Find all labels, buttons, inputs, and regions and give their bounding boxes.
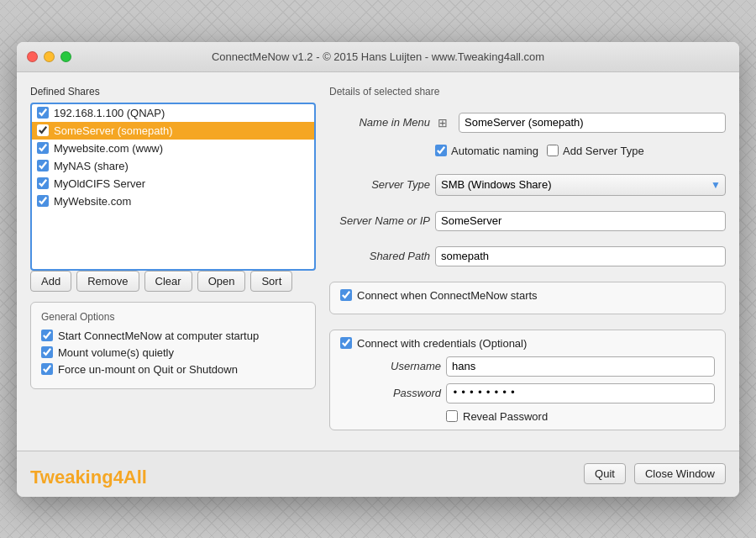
general-option-checkbox[interactable] xyxy=(41,363,53,375)
general-options-section: General Options Start ConnectMeNow at co… xyxy=(30,302,316,389)
titlebar: ConnectMeNow v1.2 - © 2015 Hans Luijten … xyxy=(17,42,739,72)
window-title: ConnectMeNow v1.2 - © 2015 Hans Luijten … xyxy=(212,50,544,63)
defined-shares-label: Defined Shares xyxy=(30,86,316,98)
shared-path-label: Shared Path xyxy=(329,250,430,262)
sort-button[interactable]: Sort xyxy=(250,271,292,292)
general-option-checkbox[interactable] xyxy=(41,346,53,358)
minimize-button[interactable] xyxy=(44,51,55,62)
general-option-label: Start ConnectMeNow at computer startup xyxy=(58,330,259,342)
share-checkbox[interactable] xyxy=(37,195,49,207)
bottom-bar: Tweaking4All Quit Close Window xyxy=(17,451,739,497)
server-type-select-wrapper: SMB (Windows Share)AFP (Apple Share)NFSF… xyxy=(435,174,726,196)
username-label: Username xyxy=(340,360,441,372)
password-input[interactable] xyxy=(446,383,715,404)
defined-shares-section: Defined Shares 192.168.1.100 (QNAP)SomeS… xyxy=(30,86,316,292)
reveal-password-checkbox[interactable] xyxy=(446,410,458,422)
naming-options-row: Automatic naming Add Server Type xyxy=(435,145,726,157)
credentials-section: Connect with credentials (Optional) User… xyxy=(329,330,726,430)
share-item[interactable]: SomeServer (somepath) xyxy=(32,122,314,140)
close-button[interactable] xyxy=(27,51,38,62)
share-checkbox[interactable] xyxy=(37,124,49,136)
share-item[interactable]: MyOldCIFS Server xyxy=(32,175,314,193)
share-label: MyNAS (share) xyxy=(54,160,129,172)
add-server-type-checkbox[interactable] xyxy=(547,145,559,156)
add-server-type-label: Add Server Type xyxy=(547,145,644,157)
connect-credentials-checkbox[interactable] xyxy=(340,337,352,349)
share-checkbox[interactable] xyxy=(37,142,49,154)
main-window: ConnectMeNow v1.2 - © 2015 Hans Luijten … xyxy=(17,42,739,497)
connect-when-section: Connect when ConnectMeNow starts xyxy=(329,282,726,314)
remove-button[interactable]: Remove xyxy=(76,271,139,292)
share-label: 192.168.1.100 (QNAP) xyxy=(54,107,165,119)
connect-when-header: Connect when ConnectMeNow starts xyxy=(340,289,715,302)
traffic-lights xyxy=(27,51,71,62)
shares-buttons: Add Remove Clear Open Sort xyxy=(30,271,316,292)
share-item[interactable]: MyWebsite.com xyxy=(32,193,314,210)
connect-when-label: Connect when ConnectMeNow starts xyxy=(357,289,538,302)
username-input[interactable] xyxy=(446,356,715,377)
left-panel: Defined Shares 192.168.1.100 (QNAP)SomeS… xyxy=(30,86,316,437)
general-option-row: Mount volume(s) quietly xyxy=(41,346,305,359)
name-in-menu-row: Name in Menu ⊞ xyxy=(329,113,726,133)
share-label: MyOldCIFS Server xyxy=(54,177,145,190)
general-options-label: General Options xyxy=(41,311,305,323)
name-in-menu-input[interactable] xyxy=(459,113,726,133)
general-option-checkbox[interactable] xyxy=(41,330,53,341)
general-option-label: Mount volume(s) quietly xyxy=(58,346,174,359)
credentials-header: Connect with credentials (Optional) xyxy=(340,337,715,350)
automatic-naming-checkbox[interactable] xyxy=(435,145,447,156)
share-checkbox[interactable] xyxy=(37,107,49,119)
connect-when-checkbox[interactable] xyxy=(340,289,352,301)
server-name-label: Server Name or IP xyxy=(329,214,430,227)
server-type-select[interactable]: SMB (Windows Share)AFP (Apple Share)NFSF… xyxy=(435,174,726,196)
password-label: Password xyxy=(340,387,441,399)
server-name-row: Server Name or IP xyxy=(329,211,726,231)
details-label: Details of selected share xyxy=(329,86,726,98)
share-label: MyWebsite.com xyxy=(54,195,131,208)
shared-path-row: Shared Path xyxy=(329,246,726,266)
close-window-button[interactable]: Close Window xyxy=(634,463,726,484)
share-item[interactable]: MyNAS (share) xyxy=(32,157,314,175)
grid-icon: ⊞ xyxy=(435,115,450,130)
general-option-row: Start ConnectMeNow at computer startup xyxy=(41,330,305,342)
server-name-input[interactable] xyxy=(435,211,726,231)
brand-logo: Tweaking4All xyxy=(30,467,147,488)
general-option-row: Force un-mount on Quit or Shutdown xyxy=(41,363,305,376)
share-item[interactable]: Mywebsite.com (www) xyxy=(32,140,314,157)
username-row: Username xyxy=(340,356,715,377)
share-checkbox[interactable] xyxy=(37,177,49,189)
server-type-label: Server Type xyxy=(329,178,430,191)
shared-path-input[interactable] xyxy=(435,246,726,266)
share-item[interactable]: 192.168.1.100 (QNAP) xyxy=(32,104,314,122)
reveal-password-label: Reveal Password xyxy=(463,410,548,423)
password-row: Password xyxy=(340,383,715,404)
share-checkbox[interactable] xyxy=(37,160,49,171)
add-button[interactable]: Add xyxy=(30,271,71,292)
quit-button[interactable]: Quit xyxy=(584,463,626,484)
reveal-password-row: Reveal Password xyxy=(446,410,715,423)
maximize-button[interactable] xyxy=(60,51,71,62)
clear-button[interactable]: Clear xyxy=(144,271,192,292)
right-panel: Details of selected share Name in Menu ⊞… xyxy=(329,86,726,437)
main-content: Defined Shares 192.168.1.100 (QNAP)SomeS… xyxy=(17,72,739,451)
share-label: Mywebsite.com (www) xyxy=(54,142,163,155)
open-button[interactable]: Open xyxy=(197,271,246,292)
name-in-menu-label: Name in Menu xyxy=(329,116,430,129)
general-option-label: Force un-mount on Quit or Shutdown xyxy=(58,363,238,376)
connect-credentials-label: Connect with credentials (Optional) xyxy=(357,337,527,350)
bottom-buttons: Quit Close Window xyxy=(584,463,726,484)
server-type-row: Server Type SMB (Windows Share)AFP (Appl… xyxy=(329,174,726,196)
share-label: SomeServer (somepath) xyxy=(54,124,173,137)
general-options-list: Start ConnectMeNow at computer startupMo… xyxy=(41,330,305,376)
automatic-naming-label: Automatic naming xyxy=(435,145,538,157)
shares-list[interactable]: 192.168.1.100 (QNAP)SomeServer (somepath… xyxy=(30,103,316,271)
